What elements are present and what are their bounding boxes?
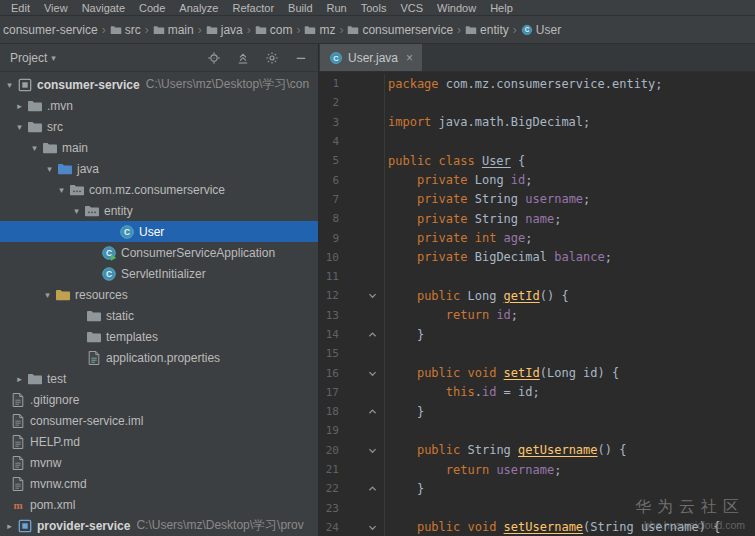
tree-item-provider-service[interactable]: ▸provider-serviceC:\Users\mz\Desktop\学习\… <box>0 515 318 536</box>
line-number[interactable]: 19 <box>319 424 339 437</box>
tree-item-servletinitializer[interactable]: CServletInitializer <box>0 263 318 284</box>
close-icon[interactable]: × <box>406 51 413 65</box>
chevron-down-icon[interactable]: ▾ <box>69 206 84 216</box>
tree-item-mvnw-cmd[interactable]: mvnw.cmd <box>0 473 318 494</box>
chevron-down-icon[interactable]: ▾ <box>27 143 42 153</box>
fold-down-icon[interactable] <box>339 441 385 460</box>
line-number[interactable]: 7 <box>319 193 339 206</box>
menu-item-build[interactable]: Build <box>281 2 319 14</box>
line-number[interactable]: 5 <box>319 154 339 167</box>
hide-icon[interactable] <box>294 51 308 65</box>
menu-item-code[interactable]: Code <box>132 2 172 14</box>
breadcrumb-item-consumerservice[interactable]: consumerservice <box>347 23 453 37</box>
menu-item-analyze[interactable]: Analyze <box>172 2 225 14</box>
line-number[interactable]: 2 <box>319 96 339 109</box>
line-number[interactable]: 21 <box>319 463 339 476</box>
code-token: { <box>511 154 525 168</box>
settings-icon[interactable] <box>265 51 279 65</box>
line-number[interactable]: 1 <box>319 77 339 90</box>
tree-item-consumerserviceapplication[interactable]: CConsumerServiceApplication <box>0 242 318 263</box>
tree-item-user[interactable]: CUser <box>0 221 318 242</box>
line-number[interactable]: 6 <box>319 174 339 187</box>
fold-up-icon[interactable] <box>339 479 385 498</box>
line-number[interactable]: 20 <box>319 444 339 457</box>
tree-item-com-mz-consumerservice[interactable]: ▾com.mz.consumerservice <box>0 179 318 200</box>
tree-item-main[interactable]: ▾main <box>0 137 318 158</box>
folder-icon <box>27 98 43 114</box>
code-area[interactable]: 1package com.mz.consumerservice.entity;2… <box>319 72 755 536</box>
line-number[interactable]: 16 <box>319 367 339 380</box>
chevron-down-icon[interactable]: ▾ <box>42 164 57 174</box>
menu-item-view[interactable]: View <box>37 2 75 14</box>
chevron-right-icon[interactable]: ▸ <box>2 521 17 531</box>
breadcrumb-item-entity[interactable]: entity <box>465 23 509 37</box>
tree-item-consumer-service[interactable]: ▾consumer-serviceC:\Users\mz\Desktop\学习\… <box>0 74 318 95</box>
chevron-down-icon[interactable]: ▾ <box>2 80 17 90</box>
fold-down-icon[interactable] <box>339 518 385 536</box>
code-token: Long <box>475 173 511 187</box>
chevron-down-icon[interactable]: ▾ <box>40 290 55 300</box>
tree-item-entity[interactable]: ▾entity <box>0 200 318 221</box>
menu-item-vcs[interactable]: VCS <box>393 2 430 14</box>
line-number[interactable]: 15 <box>319 347 339 360</box>
locate-icon[interactable] <box>207 51 221 65</box>
tree-item-src[interactable]: ▾src <box>0 116 318 137</box>
menu-item-edit[interactable]: Edit <box>4 2 37 14</box>
code-token <box>388 308 446 322</box>
code-text: public void setId(Long id) { <box>388 366 619 380</box>
tree-item-templates[interactable]: templates <box>0 326 318 347</box>
line-number[interactable]: 8 <box>319 212 339 225</box>
chevron-right-icon[interactable]: ▸ <box>12 374 27 384</box>
line-number[interactable]: 13 <box>319 309 339 322</box>
breadcrumb-item-mz[interactable]: mz <box>304 23 335 37</box>
breadcrumb-item-java[interactable]: java <box>206 23 243 37</box>
menu-item-help[interactable]: Help <box>483 2 520 14</box>
breadcrumb-item-user[interactable]: CUser <box>521 23 561 37</box>
menu-item-run[interactable]: Run <box>320 2 354 14</box>
tree-item-java[interactable]: ▾java <box>0 158 318 179</box>
tree-item-mvn[interactable]: ▸.mvn <box>0 95 318 116</box>
line-number[interactable]: 14 <box>319 328 339 341</box>
line-number[interactable]: 22 <box>319 482 339 495</box>
collapse-icon[interactable] <box>236 51 250 65</box>
breadcrumb-item-src[interactable]: src <box>110 23 141 37</box>
line-number[interactable]: 12 <box>319 289 339 302</box>
line-number[interactable]: 10 <box>319 251 339 264</box>
line-number[interactable]: 11 <box>319 270 339 283</box>
tree-item-pom-xml[interactable]: mpom.xml <box>0 494 318 515</box>
project-view-selector[interactable]: Project ▾ <box>10 51 56 65</box>
line-number[interactable]: 4 <box>319 135 339 148</box>
line-number[interactable]: 18 <box>319 405 339 418</box>
tree-item-application-properties[interactable]: application.properties <box>0 347 318 368</box>
line-number[interactable]: 3 <box>319 116 339 129</box>
module-icon <box>17 77 33 93</box>
fold-up-icon[interactable] <box>339 402 385 421</box>
fold-down-icon[interactable] <box>339 286 385 305</box>
code-token: public class <box>388 154 482 168</box>
tree-item-consumer-service-iml[interactable]: consumer-service.iml <box>0 410 318 431</box>
line-number[interactable]: 17 <box>319 386 339 399</box>
chevron-down-icon[interactable]: ▾ <box>54 185 69 195</box>
menu-item-window[interactable]: Window <box>430 2 483 14</box>
fold-down-icon[interactable] <box>339 363 385 382</box>
line-number[interactable]: 9 <box>319 232 339 245</box>
breadcrumb-item-com[interactable]: com <box>255 23 293 37</box>
chevron-right-icon[interactable]: ▸ <box>12 101 27 111</box>
line-number[interactable]: 23 <box>319 502 339 515</box>
tree-item-test[interactable]: ▸test <box>0 368 318 389</box>
code-line-18: 18 } <box>319 402 755 421</box>
line-number[interactable]: 24 <box>319 521 339 534</box>
menu-item-tools[interactable]: Tools <box>354 2 394 14</box>
fold-up-icon[interactable] <box>339 325 385 344</box>
tree-item-static[interactable]: static <box>0 305 318 326</box>
menu-item-navigate[interactable]: Navigate <box>75 2 132 14</box>
tree-item-resources[interactable]: ▾resources <box>0 284 318 305</box>
tree-item-help-md[interactable]: HELP.md <box>0 431 318 452</box>
chevron-down-icon[interactable]: ▾ <box>12 122 27 132</box>
editor-tab-user-java[interactable]: CUser.java× <box>320 44 422 71</box>
breadcrumb-item-consumer-service[interactable]: consumer-service <box>3 23 98 37</box>
menu-item-refactor[interactable]: Refactor <box>225 2 281 14</box>
breadcrumb-item-main[interactable]: main <box>153 23 194 37</box>
tree-item-gitignore[interactable]: .gitignore <box>0 389 318 410</box>
tree-item-mvnw[interactable]: mvnw <box>0 452 318 473</box>
